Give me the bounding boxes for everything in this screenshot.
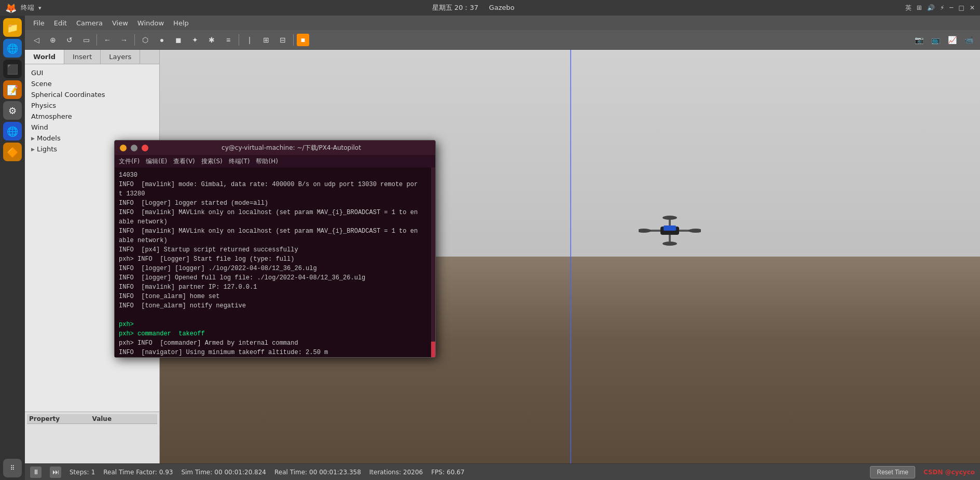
- toolbar-box-btn[interactable]: ⬡: [138, 33, 153, 47]
- term-minimize-btn[interactable]: [120, 145, 127, 151]
- settings-dock-icon[interactable]: ⚙: [3, 101, 22, 120]
- term-close-btn[interactable]: [142, 145, 148, 151]
- toolbar-pointlight-btn[interactable]: ✦: [188, 33, 202, 47]
- fps-value: 60.67: [447, 469, 464, 476]
- term-menu-view[interactable]: 查看(V): [173, 157, 195, 166]
- tree-item-spherical[interactable]: Spherical Coordinates: [25, 89, 159, 100]
- toolbar-align-btn[interactable]: |: [242, 33, 257, 47]
- fps-label: FPS:: [431, 469, 445, 476]
- reset-time-button[interactable]: Reset Time: [870, 466, 915, 478]
- files-dock-icon[interactable]: 📁: [3, 18, 22, 37]
- toolbar-scale-btn[interactable]: ▭: [79, 33, 93, 47]
- tree-item-physics[interactable]: Physics: [25, 100, 159, 111]
- network-dock-icon[interactable]: 🌐: [3, 122, 22, 140]
- realtime2-label: Real Time:: [274, 469, 307, 476]
- toolbar-sunlight-btn[interactable]: ✱: [204, 33, 219, 47]
- term-line-3: t 13280: [119, 189, 431, 199]
- tree-item-wind[interactable]: Wind: [25, 122, 159, 133]
- tree-item-atmosphere[interactable]: Atmosphere: [25, 111, 159, 122]
- terminal-content[interactable]: 14030 INFO [mavlink] mode: Gimbal, data …: [115, 167, 435, 357]
- term-menu-terminal[interactable]: 终端(T): [229, 157, 250, 166]
- term-line-18: pxh> commander takeoff: [119, 329, 431, 338]
- term-line-11: INFO [logger] [logger] ./log/2022-04-08/…: [119, 264, 431, 273]
- iterations-label: Iterations:: [369, 469, 401, 476]
- term-line-9: INFO [px4] Startup script returned succe…: [119, 245, 431, 255]
- toolbar-rotate-btn[interactable]: ↺: [62, 33, 77, 47]
- window-minimize-btn[interactable]: ─: [949, 4, 953, 11]
- toolbar-active-btn[interactable]: ■: [297, 34, 309, 46]
- browser-dock-icon[interactable]: 🌐: [3, 39, 22, 58]
- toolbar-record-btn[interactable]: 📺: [928, 33, 943, 47]
- toolbar-grid-btn[interactable]: ≡: [221, 33, 236, 47]
- tree-item-gui[interactable]: GUI: [25, 67, 159, 78]
- layers-dock-icon[interactable]: 🔶: [3, 143, 22, 161]
- term-menu-edit[interactable]: 编辑(E): [146, 157, 167, 166]
- gazebo-menubar: File Edit Camera View Window Help: [25, 16, 980, 30]
- pause-button[interactable]: ⏸: [30, 467, 42, 478]
- iterations-value: 20206: [403, 469, 423, 476]
- apps-dock-icon[interactable]: ⠿: [3, 459, 22, 477]
- toolbar-sep3: [239, 34, 239, 46]
- toolbar-undo-btn[interactable]: ←: [100, 33, 115, 47]
- toolbar-snap-btn[interactable]: ⊞: [259, 33, 273, 47]
- system-bar: 🦊 终端 ▾ 星期五 20：37 Gazebo 英 ⊞ 🔊 ⚡ ─ □ ✕: [0, 0, 980, 16]
- firefox-icon: 🦊: [5, 3, 17, 13]
- toolbar-screenshot-btn[interactable]: 📷: [912, 33, 926, 47]
- toolbar-video-btn[interactable]: 📹: [961, 33, 976, 47]
- system-bar-center: 星期五 20：37 Gazebo: [432, 3, 515, 12]
- menu-file[interactable]: File: [29, 18, 49, 29]
- term-menu-help[interactable]: 帮助(H): [256, 157, 278, 166]
- terminal-label: 终端: [21, 3, 34, 12]
- term-line-19: pxh> INFO [commander] Armed by internal …: [119, 338, 431, 348]
- term-line-14: INFO [tone_alarm] home set: [119, 292, 431, 301]
- terminal-dock-icon[interactable]: ⬛: [3, 60, 22, 78]
- realtime2-value: 00 00:01:23.358: [309, 469, 361, 476]
- tab-world[interactable]: World: [25, 50, 64, 64]
- datetime: 星期五 20：37: [432, 4, 478, 11]
- window-close-btn[interactable]: ✕: [970, 4, 975, 11]
- term-menu-search[interactable]: 搜索(S): [201, 157, 223, 166]
- battery-icon: ⚡: [940, 4, 944, 11]
- system-bar-right: 英 ⊞ 🔊 ⚡ ─ □ ✕: [905, 4, 975, 12]
- tree-item-scene[interactable]: Scene: [25, 78, 159, 89]
- terminal-titlebar: cy@cy-virtual-machine: ~/下载/PX4-Autopilo…: [115, 140, 435, 155]
- terminal-scrollbar-thumb[interactable]: [431, 342, 435, 357]
- realtime-value: 0.93: [159, 469, 173, 476]
- watermark: CSDN @cycyco: [923, 469, 975, 476]
- viewport-vertical-line: [570, 50, 571, 463]
- text-editor-dock-icon[interactable]: 📝: [3, 80, 22, 99]
- network-status-icon: ⊞: [917, 4, 922, 11]
- menu-camera[interactable]: Camera: [72, 18, 107, 29]
- window-maximize-btn[interactable]: □: [959, 4, 964, 11]
- toolbar-select-btn[interactable]: ◁: [29, 33, 44, 47]
- toolbar-cylinder-btn[interactable]: ◼: [171, 33, 186, 47]
- iterations-display: Iterations: 20206: [369, 469, 423, 476]
- term-menu-file[interactable]: 文件(F): [119, 157, 140, 166]
- menu-edit[interactable]: Edit: [50, 18, 71, 29]
- term-line-4: INFO [Logger] logger started (mode=all): [119, 199, 431, 208]
- toolbar-sep4: [293, 34, 294, 46]
- term-line-12: INFO [logger] Opened full log file: ./lo…: [119, 273, 431, 283]
- toolbar-redo-btn[interactable]: →: [117, 33, 131, 47]
- terminal-scrollbar[interactable]: [431, 167, 435, 357]
- menu-window[interactable]: Window: [133, 18, 168, 29]
- toolbar-sphere-btn[interactable]: ●: [155, 33, 169, 47]
- terminal-window: cy@cy-virtual-machine: ~/下载/PX4-Autopilo…: [114, 140, 436, 358]
- toolbar-plot-btn[interactable]: 📈: [945, 33, 959, 47]
- lang-indicator: 英: [905, 4, 912, 12]
- tab-insert[interactable]: Insert: [64, 50, 101, 64]
- tab-layers[interactable]: Layers: [101, 50, 140, 64]
- toolbar-joint-btn[interactable]: ⊟: [275, 33, 290, 47]
- term-line-2: INFO [mavlink] mode: Gimbal, data rate: …: [119, 180, 431, 189]
- term-line-5: INFO [mavlink] MAVLink only on localhost…: [119, 208, 431, 217]
- term-maximize-btn[interactable]: [131, 145, 137, 151]
- term-line-8: able network): [119, 236, 431, 245]
- menu-help[interactable]: Help: [169, 18, 193, 29]
- terminal-arrow: ▾: [38, 5, 42, 11]
- simtime-label: Sim Time:: [181, 469, 212, 476]
- step-button[interactable]: ⏭: [50, 467, 61, 478]
- prop-header: Property Value: [27, 414, 157, 424]
- term-title: cy@cy-virtual-machine: ~/下载/PX4-Autopilo…: [153, 144, 430, 152]
- toolbar-translate-btn[interactable]: ⊕: [46, 33, 60, 47]
- menu-view[interactable]: View: [108, 18, 132, 29]
